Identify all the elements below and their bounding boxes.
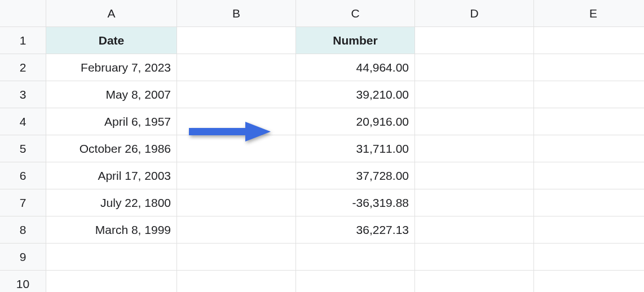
row-header-9[interactable]: 9 — [0, 244, 46, 271]
cell-b8[interactable] — [177, 216, 296, 244]
cell-e6[interactable] — [534, 162, 644, 189]
cell-b4[interactable] — [177, 108, 296, 135]
cell-b10[interactable] — [177, 271, 296, 292]
cell-b6[interactable] — [177, 162, 296, 189]
cell-a7[interactable]: July 22, 1800 — [46, 189, 177, 216]
row-header-3[interactable]: 3 — [0, 81, 46, 108]
cell-a2[interactable]: February 7, 2023 — [46, 54, 177, 81]
cell-d2[interactable] — [415, 54, 534, 81]
cell-a5[interactable]: October 26, 1986 — [46, 135, 177, 162]
row-header-10[interactable]: 10 — [0, 271, 46, 292]
cell-c5[interactable]: 31,711.00 — [296, 135, 415, 162]
cell-c9[interactable] — [296, 244, 415, 271]
cell-d5[interactable] — [415, 135, 534, 162]
cell-c2[interactable]: 44,964.00 — [296, 54, 415, 81]
cell-d9[interactable] — [415, 244, 534, 271]
column-header-d[interactable]: D — [415, 0, 534, 27]
cell-a10[interactable] — [46, 271, 177, 292]
cell-b7[interactable] — [177, 189, 296, 216]
row-header-8[interactable]: 8 — [0, 216, 46, 244]
column-header-e[interactable]: E — [534, 0, 644, 27]
cell-d7[interactable] — [415, 189, 534, 216]
cell-c10[interactable] — [296, 271, 415, 292]
column-header-c[interactable]: C — [296, 0, 415, 27]
cell-c4[interactable]: 20,916.00 — [296, 108, 415, 135]
cell-d4[interactable] — [415, 108, 534, 135]
spreadsheet-grid: A B C D E 1 Date Number 2 February 7, 20… — [0, 0, 644, 292]
row-header-2[interactable]: 2 — [0, 54, 46, 81]
row-header-4[interactable]: 4 — [0, 108, 46, 135]
cell-c7[interactable]: -36,319.88 — [296, 189, 415, 216]
cell-a8[interactable]: March 8, 1999 — [46, 216, 177, 244]
cell-a9[interactable] — [46, 244, 177, 271]
cell-a1[interactable]: Date — [46, 27, 177, 54]
column-header-b[interactable]: B — [177, 0, 296, 27]
cell-d8[interactable] — [415, 216, 534, 244]
cell-c8[interactable]: 36,227.13 — [296, 216, 415, 244]
cell-a3[interactable]: May 8, 2007 — [46, 81, 177, 108]
cell-c1[interactable]: Number — [296, 27, 415, 54]
cell-e2[interactable] — [534, 54, 644, 81]
cell-b1[interactable] — [177, 27, 296, 54]
cell-c6[interactable]: 37,728.00 — [296, 162, 415, 189]
cell-e1[interactable] — [534, 27, 644, 54]
select-all-corner[interactable] — [0, 0, 46, 27]
cell-e5[interactable] — [534, 135, 644, 162]
cell-d10[interactable] — [415, 271, 534, 292]
cell-d6[interactable] — [415, 162, 534, 189]
cell-e3[interactable] — [534, 81, 644, 108]
cell-c3[interactable]: 39,210.00 — [296, 81, 415, 108]
cell-b3[interactable] — [177, 81, 296, 108]
cell-b9[interactable] — [177, 244, 296, 271]
cell-d1[interactable] — [415, 27, 534, 54]
row-header-5[interactable]: 5 — [0, 135, 46, 162]
cell-d3[interactable] — [415, 81, 534, 108]
cell-e10[interactable] — [534, 271, 644, 292]
cell-b2[interactable] — [177, 54, 296, 81]
cell-e7[interactable] — [534, 189, 644, 216]
row-header-7[interactable]: 7 — [0, 189, 46, 216]
cell-e4[interactable] — [534, 108, 644, 135]
row-header-1[interactable]: 1 — [0, 27, 46, 54]
cell-b5[interactable] — [177, 135, 296, 162]
column-header-a[interactable]: A — [46, 0, 177, 27]
cell-a6[interactable]: April 17, 2003 — [46, 162, 177, 189]
cell-a4[interactable]: April 6, 1957 — [46, 108, 177, 135]
row-header-6[interactable]: 6 — [0, 162, 46, 189]
cell-e9[interactable] — [534, 244, 644, 271]
cell-e8[interactable] — [534, 216, 644, 244]
